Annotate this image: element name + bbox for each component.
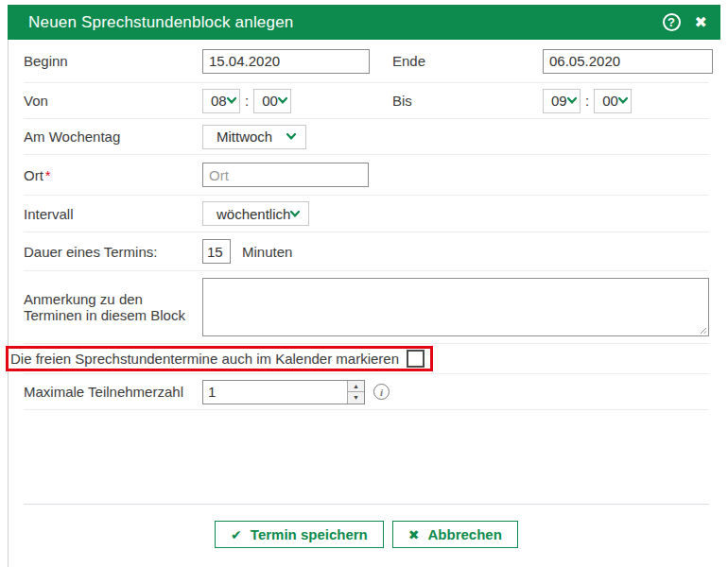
wochentag-select[interactable]: Mittwoch	[202, 125, 306, 149]
row-max-participants: Maximale Teilnehmerzahl ▲ ▼ i	[24, 374, 709, 410]
ende-input[interactable]	[543, 49, 713, 74]
wochentag-label: Am Wochentag	[24, 129, 202, 145]
intervall-select[interactable]: wöchentlich	[202, 201, 309, 226]
dauer-input[interactable]	[202, 239, 231, 264]
von-label: Von	[24, 93, 202, 109]
x-icon: ✖	[408, 528, 420, 541]
ort-label: Ort*	[24, 167, 202, 183]
ort-input[interactable]	[202, 163, 369, 187]
anmerkung-label: Anmerkung zu den Terminen in diesem Bloc…	[24, 291, 202, 323]
ort-label-text: Ort	[24, 167, 43, 183]
check-icon: ✔	[231, 528, 242, 541]
bis-minute-value: 00	[602, 93, 618, 109]
row-interval: Intervall wöchentlich	[24, 196, 709, 232]
max-teilnehmer-label: Maximale Teilnehmerzahl	[24, 384, 202, 400]
chevron-down-icon	[286, 133, 296, 140]
stepper-buttons: ▲ ▼	[347, 381, 364, 404]
von-hour-value: 08	[211, 93, 227, 109]
von-minute-value: 00	[262, 93, 278, 109]
bis-minute-select[interactable]: 00	[594, 89, 632, 113]
max-teilnehmer-input[interactable]	[203, 381, 347, 404]
row-time-range: Von 08 : 00 Bis 09	[24, 83, 709, 119]
required-asterisk: *	[45, 167, 51, 183]
dialog-body: Beginn Ende Von 08 : 00	[8, 40, 720, 567]
red-highlight-annotation: Die freien Sprechstundentermine auch im …	[6, 346, 433, 371]
empty-space	[24, 410, 709, 504]
dialog-footer: ✔ Termin speichern ✖ Abbrechen	[24, 504, 709, 548]
close-icon[interactable]: ✖	[695, 15, 707, 30]
save-appointment-button[interactable]: ✔ Termin speichern	[215, 521, 384, 548]
anmerkung-textarea-wrap	[202, 278, 709, 336]
dauer-label: Dauer eines Termins:	[24, 244, 202, 260]
info-icon: i	[373, 384, 390, 400]
beginn-label: Beginn	[24, 53, 202, 69]
intervall-value: wöchentlich	[217, 206, 290, 222]
help-icon[interactable]: ?	[663, 13, 681, 31]
chevron-down-icon	[227, 97, 236, 104]
von-time-group: 08 : 00	[202, 89, 370, 113]
wochentag-value: Mittwoch	[217, 129, 272, 145]
anmerkung-textarea[interactable]	[202, 278, 709, 336]
beginn-input[interactable]	[202, 49, 370, 74]
dialog-title: Neuen Sprechstundenblock anlegen	[28, 13, 663, 32]
resize-handle-icon[interactable]	[700, 327, 707, 335]
chevron-down-icon	[567, 97, 577, 104]
bis-hour-select[interactable]: 09	[543, 89, 581, 113]
row-weekday: Am Wochentag Mittwoch	[24, 119, 709, 155]
chevron-down-icon	[290, 211, 300, 217]
chevron-down-icon	[618, 97, 628, 104]
dauer-unit-label: Minuten	[242, 244, 292, 260]
kalender-markieren-checkbox[interactable]	[407, 350, 425, 368]
cancel-button-label: Abbrechen	[428, 526, 502, 542]
bis-colon: :	[585, 93, 589, 109]
bis-label: Bis	[392, 93, 543, 109]
von-colon: :	[245, 93, 249, 109]
save-button-label: Termin speichern	[251, 526, 368, 542]
stepper-down-icon[interactable]: ▼	[348, 392, 364, 404]
intervall-label: Intervall	[24, 206, 202, 222]
von-hour-select[interactable]: 08	[202, 89, 240, 113]
max-teilnehmer-stepper: ▲ ▼	[202, 380, 365, 404]
stepper-up-icon[interactable]: ▲	[348, 381, 364, 393]
cancel-button[interactable]: ✖ Abbrechen	[392, 521, 518, 548]
von-minute-select[interactable]: 00	[253, 89, 291, 113]
ende-label: Ende	[392, 53, 543, 69]
chevron-down-icon	[278, 97, 287, 104]
row-note: Anmerkung zu den Terminen in diesem Bloc…	[24, 271, 709, 344]
create-consultation-block-dialog: Neuen Sprechstundenblock anlegen ? ✖ Beg…	[8, 5, 720, 567]
row-location: Ort*	[24, 155, 709, 196]
row-duration: Dauer eines Termins: Minuten	[24, 232, 709, 271]
row-calendar-mark: Die freien Sprechstundentermine auch im …	[24, 344, 709, 374]
kalender-markieren-label: Die freien Sprechstundentermine auch im …	[10, 351, 399, 367]
dialog-header: Neuen Sprechstundenblock anlegen ? ✖	[8, 5, 720, 40]
row-date-range: Beginn Ende	[24, 40, 709, 83]
bis-hour-value: 09	[551, 93, 567, 109]
